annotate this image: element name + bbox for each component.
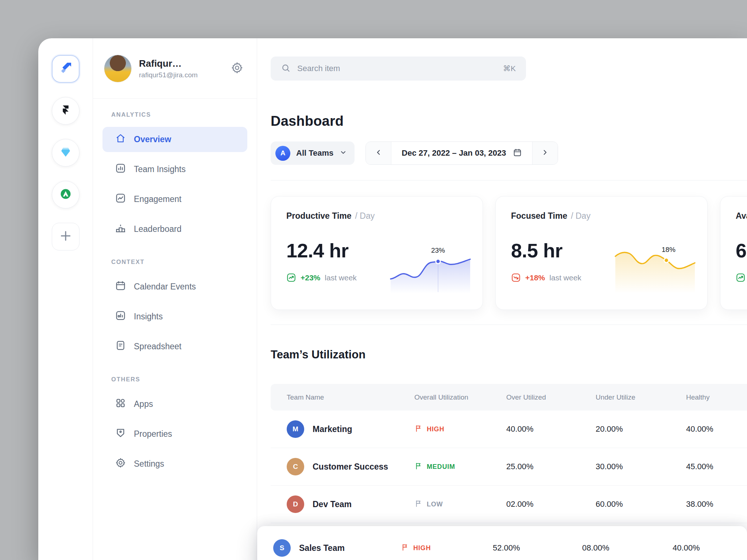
card-value: 6.5 xyxy=(736,239,747,262)
sidebar-nav: ANALYTICS Overview xyxy=(93,99,257,493)
sidebar-item-overview[interactable]: Overview xyxy=(102,127,247,152)
date-range-button[interactable]: Dec 27, 2022 – Jan 03, 2023 xyxy=(391,142,532,164)
section-label: OTHERS xyxy=(111,376,247,383)
card-title: Focused Time xyxy=(511,211,567,221)
main-area: ⌘K Dashboard A All Teams xyxy=(257,38,747,560)
available-time-card: Ava 6.5 + xyxy=(720,196,747,310)
team-avatar: A xyxy=(275,146,290,161)
sidebar-item-engagement[interactable]: Engagement xyxy=(102,187,247,212)
main-header: ⌘K xyxy=(257,38,747,99)
peak-label: 23% xyxy=(431,246,445,254)
under-utilized-value: 30.00% xyxy=(596,462,686,471)
date-next-button[interactable] xyxy=(532,142,558,164)
sidebar-item-team-insights[interactable]: Team Insights xyxy=(102,157,247,182)
app-window: Rafiqur… rafiqur51@jira.com ANALYTICS xyxy=(38,38,747,560)
framer-logo-icon xyxy=(59,104,72,118)
card-title: Ava xyxy=(736,211,747,221)
rail-item-green-app[interactable] xyxy=(52,181,80,209)
sidebar-item-label: Calendar Events xyxy=(134,282,196,292)
over-utilized-value: 40.00% xyxy=(506,424,596,434)
divider xyxy=(271,324,747,325)
sidebar-item-spreadsheet[interactable]: Spreadsheet xyxy=(102,334,247,359)
search-icon xyxy=(281,63,291,74)
card-delta-note: last week xyxy=(325,273,357,282)
stat-cards-row: Productive Time / Day 12.4 hr +23% la xyxy=(271,196,747,310)
sidebar-item-calendar-events[interactable]: Calendar Events xyxy=(102,274,247,299)
calendar-icon xyxy=(513,148,522,159)
rail-item-diamond[interactable] xyxy=(52,139,80,167)
green-peak-logo-icon xyxy=(59,188,72,202)
productive-trend-chart: 23% xyxy=(388,239,472,293)
team-name: Dev Team xyxy=(313,499,352,509)
over-utilized-value: 02.00% xyxy=(506,499,596,509)
date-range-text: Dec 27, 2022 – Jan 03, 2023 xyxy=(402,148,506,158)
productive-time-card: Productive Time / Day 12.4 hr +23% la xyxy=(271,196,483,310)
gear-icon xyxy=(231,61,244,76)
sidebar-item-label: Insights xyxy=(134,312,163,322)
rail-item-jira[interactable] xyxy=(52,55,80,83)
sidebar-item-leaderboard[interactable]: Leaderboard xyxy=(102,217,247,242)
column-header: Over Utilized xyxy=(506,393,596,401)
search-bar[interactable]: ⌘K xyxy=(271,57,526,81)
trend-square-icon xyxy=(115,192,126,206)
table-header: Team Name Overall Utilization Over Utili… xyxy=(271,384,747,411)
sidebar-item-label: Engagement xyxy=(134,194,181,204)
app-rail xyxy=(38,38,93,560)
sidebar-item-settings[interactable]: Settings xyxy=(102,451,247,477)
user-avatar[interactable] xyxy=(104,55,132,82)
sidebar-item-label: Leaderboard xyxy=(134,224,181,234)
team-name: Marketing xyxy=(313,424,352,434)
card-period: / Day xyxy=(571,211,591,221)
chevron-right-icon xyxy=(541,148,549,158)
podium-icon xyxy=(115,222,126,236)
section-others: OTHERS Apps xyxy=(102,376,247,477)
trend-up-badge-icon xyxy=(736,273,746,283)
focused-trend-chart: 18% xyxy=(613,239,697,293)
flag-icon xyxy=(414,424,423,434)
under-utilized-value: 08.00% xyxy=(582,543,673,553)
healthy-value: 40.00% xyxy=(686,424,747,434)
profile-email: rafiqur51@jira.com xyxy=(139,71,198,79)
flag-icon xyxy=(401,543,409,553)
sidebar-item-apps[interactable]: Apps xyxy=(102,392,247,417)
dashboard-content: Dashboard A All Teams xyxy=(257,99,747,560)
filter-row: A All Teams xyxy=(271,141,747,165)
status-badge: HIGH xyxy=(427,425,444,433)
sidebar: Rafiqur… rafiqur51@jira.com ANALYTICS xyxy=(93,38,257,560)
apps-grid-icon xyxy=(115,397,126,411)
search-input[interactable] xyxy=(297,64,496,73)
sidebar-item-insights[interactable]: Insights xyxy=(102,304,247,329)
diamond-logo-icon xyxy=(59,146,72,160)
sidebar-item-properties[interactable]: Properties xyxy=(102,421,247,447)
card-period: / Day xyxy=(355,211,375,221)
team-initial-avatar: D xyxy=(287,495,304,513)
card-delta: +18% xyxy=(525,273,545,282)
team-selector[interactable]: A All Teams xyxy=(271,141,355,165)
team-initial-avatar: C xyxy=(287,458,304,475)
add-workspace-button[interactable] xyxy=(52,223,80,250)
sidebar-item-label: Properties xyxy=(134,429,172,439)
under-utilized-value: 20.00% xyxy=(596,424,686,434)
healthy-value: 45.00% xyxy=(686,462,747,471)
date-prev-button[interactable] xyxy=(366,142,391,164)
table-row-dev-team[interactable]: D Dev Team LOW 02.00% 60.0 xyxy=(271,486,747,523)
rail-item-framer[interactable] xyxy=(52,97,80,125)
sidebar-item-label: Settings xyxy=(134,459,164,469)
profile-name: Rafiqur… xyxy=(139,58,198,69)
table-row-customer-success[interactable]: C Customer Success MEDUIM 25.00% xyxy=(271,448,747,486)
bar-chart-square-icon xyxy=(115,163,126,176)
badge-tag-icon xyxy=(115,427,126,441)
column-header: Under Utilize xyxy=(596,393,686,401)
healthy-value: 40.00% xyxy=(673,543,747,553)
table-row-sales-team[interactable]: S Sales Team HIGH xyxy=(257,526,747,560)
profile-settings-button[interactable] xyxy=(231,61,244,76)
sidebar-item-label: Team Insights xyxy=(134,164,186,174)
jira-logo-icon xyxy=(58,61,73,77)
metrics-square-icon xyxy=(115,310,126,323)
column-header: Healthy xyxy=(686,393,747,401)
utilization-table: Team Name Overall Utilization Over Utili… xyxy=(271,384,747,560)
table-row-marketing[interactable]: M Marketing HIGH 40.00% 20 xyxy=(271,411,747,448)
gear-icon xyxy=(115,457,126,471)
profile-text: Rafiqur… rafiqur51@jira.com xyxy=(139,58,198,79)
status-badge: MEDUIM xyxy=(427,463,455,471)
